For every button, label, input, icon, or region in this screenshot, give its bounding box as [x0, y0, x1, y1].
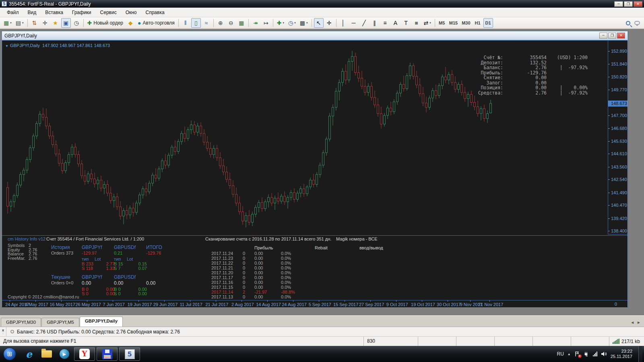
toolbar-tile-windows[interactable]: ▦: [237, 18, 246, 28]
toolbar-chart-shift[interactable]: ↦: [261, 18, 271, 28]
language-indicator[interactable]: RU: [557, 351, 564, 357]
tray-expand-icon[interactable]: ▲: [568, 352, 571, 356]
collapse-triangle-icon[interactable]: ▼: [5, 44, 8, 48]
taskbar-yandex-button[interactable]: Y: [74, 347, 95, 361]
toolbar-arrows[interactable]: ⇄▾: [422, 18, 433, 28]
profit-count: 0: [243, 285, 254, 290]
search-icon[interactable]: [626, 21, 630, 25]
toolbar-crosshair[interactable]: ✛: [324, 18, 334, 28]
toolbar-text[interactable]: A: [391, 18, 400, 28]
data-window-icon: ✛: [43, 20, 47, 26]
status-cell-empty: [494, 337, 533, 346]
candle: [274, 195, 276, 210]
menu-item-Окно[interactable]: Окно: [121, 8, 141, 16]
toolbar-fibonacci[interactable]: ≡: [380, 18, 390, 28]
app-icon: 5: [2, 1, 7, 6]
candle: [178, 139, 180, 154]
price-tick-label: 140.470: [611, 203, 627, 208]
toolbar-zoom-out[interactable]: ⊖: [226, 18, 236, 28]
network-signal-icon[interactable]: [593, 352, 597, 356]
toolbar-shapes[interactable]: ■: [412, 18, 421, 28]
history-total: -129.97: [82, 251, 97, 255]
toolbar-terminal[interactable]: ▣: [61, 18, 71, 28]
toolbar-new-chart[interactable]: ▦▾: [2, 18, 13, 28]
toolbar-chart-candles[interactable]: ▯: [191, 18, 201, 28]
taskbar-metatrader-button[interactable]: 5: [119, 347, 140, 361]
toolbar-data-window[interactable]: ✛: [40, 18, 50, 28]
candle: [110, 187, 112, 204]
toolbar-vertical-line[interactable]: │: [339, 18, 348, 28]
date-axis[interactable]: 24 Apr 20174 May 201716 May 201726 May 2…: [2, 300, 627, 307]
tab-scroll-right-icon[interactable]: ►: [637, 320, 641, 325]
toolbar-market-watch[interactable]: ⇅: [30, 18, 39, 28]
price-axis[interactable]: 152.890151.840150.820149.770147.700146.6…: [608, 41, 627, 234]
toolbar-cursor[interactable]: ↖: [314, 18, 324, 28]
start-button[interactable]: ⊞: [3, 348, 16, 360]
chart-restore-button[interactable]: ❐: [608, 33, 616, 39]
toolbar-tf-m15[interactable]: M15: [448, 18, 459, 28]
chart-plot[interactable]: ▼GBPJPYf,Daily 147.902 148.967 147.861 1…: [2, 41, 608, 234]
toolbar-metaeditor[interactable]: ◆: [126, 18, 135, 28]
maximize-button[interactable]: ❐: [624, 1, 633, 7]
toolbar-navigator[interactable]: ★: [51, 18, 60, 28]
toolbar-tf-h1[interactable]: H1: [473, 18, 483, 28]
chart-minimize-button[interactable]: ─: [599, 33, 607, 39]
candle: [322, 150, 324, 168]
taskbar-explorer-icon[interactable]: [39, 347, 55, 361]
chart-tab-GBPJPYf,M5[interactable]: GBPJPYf,M5: [41, 318, 79, 327]
toolbar-chart-bars[interactable]: ‖: [181, 18, 190, 28]
profit-value: -21.97: [254, 290, 281, 294]
community-chat-icon[interactable]: [634, 21, 640, 25]
toolbar-templates[interactable]: ▩▾: [298, 18, 310, 28]
chart-close-button[interactable]: ✕: [617, 33, 625, 39]
menu-item-Вид[interactable]: Вид: [23, 8, 41, 16]
toolbar-auto-scroll[interactable]: ↠: [251, 18, 260, 28]
chart-window-titlebar[interactable]: GBPJPYf,Daily ─ ❐ ✕: [2, 31, 627, 40]
taskbar-ie-icon[interactable]: e: [21, 347, 37, 361]
toolbar-text-label[interactable]: T: [401, 18, 411, 28]
power-plug-icon[interactable]: [584, 351, 589, 357]
zoom-in-icon: ⊕: [218, 20, 223, 26]
strategy-tester-icon: ◷: [74, 20, 78, 26]
toolbar-zoom-in[interactable]: ⊕: [216, 18, 225, 28]
profit-date: 2017.11.22: [211, 261, 243, 265]
tab-scroll-left-icon[interactable]: ◄: [630, 320, 634, 325]
candle: [184, 127, 186, 142]
menu-item-Вставка[interactable]: Вставка: [41, 8, 68, 16]
toolbar-channel[interactable]: ∥: [370, 18, 380, 28]
terminal-grip-icon[interactable]: ⁞: [3, 332, 4, 335]
indicator-magik-line: Magik номера - ВСЕ: [336, 237, 378, 241]
toolbar-tf-m30[interactable]: M30: [460, 18, 472, 28]
taskbar-floppy-app-button[interactable]: [97, 347, 118, 361]
candle: [213, 145, 215, 158]
toolbar-tf-d1[interactable]: D1: [483, 18, 493, 28]
menu-item-Графики[interactable]: Графики: [68, 8, 96, 16]
toolbar-trendline[interactable]: ╱: [359, 18, 369, 28]
chart-tab-GBPJPYf,Daily[interactable]: GBPJPYf,Daily: [80, 317, 123, 327]
toolbar-autotrading[interactable]: ●Авто-торговля: [136, 18, 176, 28]
candle: [361, 71, 363, 89]
toolbar-tf-m5[interactable]: M5: [437, 18, 447, 28]
menu-item-Сервис[interactable]: Сервис: [96, 8, 121, 16]
candle: [264, 200, 266, 211]
candle: [174, 140, 176, 155]
close-button[interactable]: ✕: [634, 1, 642, 7]
taskbar-clock[interactable]: 23:22 25.11.2017: [611, 349, 635, 359]
action-center-flag-icon[interactable]: ×: [574, 351, 580, 357]
minimize-button[interactable]: ─: [614, 1, 623, 7]
toolbar-chart-line[interactable]: ≈: [202, 18, 211, 28]
chart-tab-GBPJPYf,M30[interactable]: GBPJPYf,M30: [1, 318, 41, 327]
price-tick-label: 142.540: [611, 177, 627, 182]
toolbar-strategy-tester[interactable]: ◷: [72, 18, 81, 28]
show-desktop-button[interactable]: [638, 346, 642, 362]
toolbar-horizontal-line[interactable]: ─: [349, 18, 359, 28]
toolbar-periods[interactable]: ◷▾: [287, 18, 297, 28]
menu-item-Файл[interactable]: Файл: [2, 8, 23, 16]
profit-date: 2017.11.14: [211, 290, 243, 294]
volume-icon[interactable]: [601, 351, 607, 357]
toolbar-new-order[interactable]: ✚Новый ордер: [86, 18, 125, 28]
taskbar-media-player-icon[interactable]: ▶: [56, 347, 72, 361]
toolbar-profiles[interactable]: ▤▾: [14, 18, 25, 28]
toolbar-indicators[interactable]: ✚▾: [275, 18, 286, 28]
menu-item-Справка[interactable]: Справка: [141, 8, 169, 16]
